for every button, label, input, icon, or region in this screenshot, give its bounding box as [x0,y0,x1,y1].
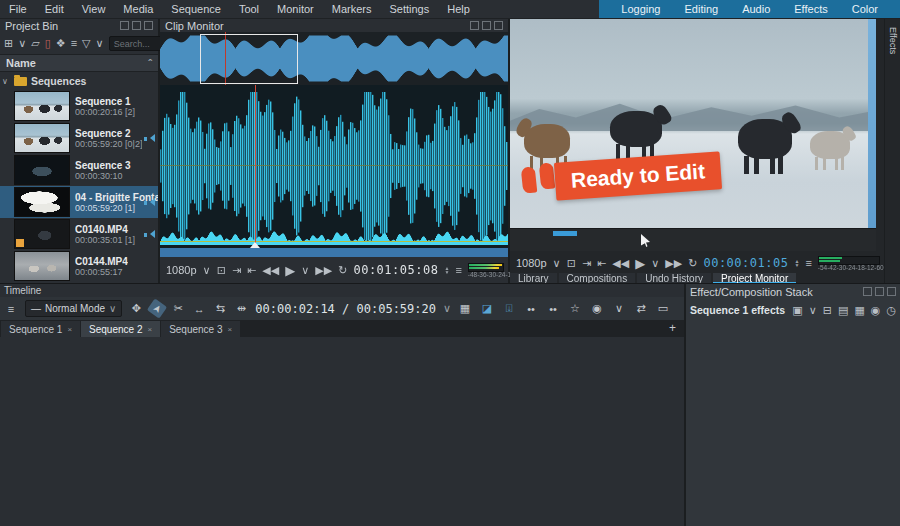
monitor-zone-bar[interactable] [553,231,577,236]
edit-mode-dropdown[interactable]: — Normal Mode ∨ [25,300,122,317]
lift-zone-icon[interactable]: •• [546,301,560,316]
zone-in-icon[interactable]: ⇥ [232,265,241,276]
view-menu-icon[interactable]: ≡ [71,38,77,49]
slip-tool-icon[interactable]: ⇆ [213,301,227,316]
timecode-spinner[interactable]: ▲▼ [794,259,799,267]
menu-item-tool[interactable]: Tool [230,3,268,15]
panel-window-buttons[interactable] [467,20,503,32]
menu-item-monitor[interactable]: Monitor [268,3,323,15]
add-clip-icon[interactable]: ⊞ [4,38,13,49]
sort-arrow-icon[interactable]: ˆ [148,57,152,69]
menu-item-help[interactable]: Help [438,3,479,15]
play-icon[interactable]: ▶ [285,264,295,277]
tab-effects[interactable]: Effects [888,27,898,54]
close-tab-icon[interactable]: × [228,325,233,334]
loop-zone-icon[interactable]: ↻ [338,265,347,276]
ripple-tool-icon[interactable]: ⇹ [234,301,248,316]
chevron-down-icon[interactable]: ∨ [553,258,561,269]
razor-tool-icon[interactable]: ✂ [171,301,185,316]
favorite-effects-icon[interactable]: ☆ [568,301,582,316]
bin-clip-row[interactable]: C0144.MP400:00:55:17 [0,250,158,282]
bin-folder-row[interactable]: ∨ Sequences [0,72,158,90]
menu-item-settings[interactable]: Settings [380,3,438,15]
minimize-icon[interactable] [875,287,884,296]
filter-icon[interactable]: ▽ [82,38,90,49]
menu-item-view[interactable]: View [73,3,115,15]
preview-dropdown-icon[interactable]: ∨ [612,301,626,316]
float-icon[interactable] [863,287,872,296]
audio-overview-waveform[interactable] [160,32,508,85]
effects-keyframe-icon[interactable]: ◷ [886,305,896,316]
consolidate-icon[interactable]: ⊡ [217,265,226,276]
panel-window-buttons[interactable] [117,20,153,32]
chevron-down-icon[interactable]: ∨ [443,302,451,315]
selection-tool-icon[interactable]: ➤ [147,298,167,318]
minimize-icon[interactable] [482,21,491,30]
menu-item-markers[interactable]: Markers [323,3,381,15]
tag-icon[interactable]: ❖ [56,38,66,49]
filter-dropdown-icon[interactable]: ∨ [96,38,104,49]
tab-sequence-2[interactable]: Sequence 2× [81,321,160,337]
bin-column-header[interactable]: Name ˆ [0,54,158,72]
preview-render-icon[interactable]: ◉ [590,301,604,316]
menu-item-file[interactable]: File [0,3,36,15]
play-dropdown-icon[interactable]: ∨ [651,258,659,269]
insert-zone-icon[interactable]: ⍗ [502,301,516,316]
monitor-menu-icon[interactable]: ≡ [805,258,811,269]
minimize-icon[interactable] [132,21,141,30]
bin-clip-row[interactable]: 04 - Brigitte Fontaine00:05:59:20 [1] [0,186,158,218]
monitor-timecode[interactable]: 00:01:05:08 [353,263,438,277]
rewind-icon[interactable]: ◀◀ [262,265,279,276]
clip-monitor-playhead[interactable] [255,85,256,248]
tab-sequence-1[interactable]: Sequence 1× [1,321,80,337]
loop-zone-icon[interactable]: ↻ [688,258,697,269]
mixer-icon[interactable]: ▦ [458,301,472,316]
zone-in-icon[interactable]: ⇥ [582,258,591,269]
resolution-label[interactable]: 1080p [166,264,197,276]
delete-clip-icon[interactable]: ▯ [45,38,51,49]
menu-item-sequence[interactable]: Sequence [162,3,230,15]
chevron-down-icon[interactable]: ∨ [2,77,10,86]
bin-clip-row[interactable]: Sequence 300:00:30:10 [0,154,158,186]
effects-enable-icon[interactable]: ▣ [792,305,802,316]
add-dropdown-icon[interactable]: ∨ [18,38,26,49]
clip-monitor-seekbar[interactable] [160,248,508,257]
effects-save-icon[interactable]: ⊟ [823,305,832,316]
spacer-tool-icon[interactable]: ↔ [192,301,206,316]
close-icon[interactable] [887,287,896,296]
bin-clip-row[interactable]: C0140.MP400:00:35:01 [1] [0,218,158,250]
extract-zone-icon[interactable]: •• [524,301,538,316]
rewind-icon[interactable]: ◀◀ [612,258,629,269]
waveform-zoom-box[interactable] [200,34,298,84]
search-input[interactable] [109,36,167,51]
workspace-tab-audio[interactable]: Audio [730,3,782,15]
forward-icon[interactable]: ▶▶ [665,258,682,269]
panel-window-buttons[interactable] [860,286,896,298]
add-sequence-button[interactable]: + [669,321,676,335]
bin-clip-row[interactable]: Sequence 200:05:59:20 [0|2] [0,122,158,154]
effects-folder-icon[interactable]: ▤ [838,305,848,316]
project-monitor-ruler[interactable] [510,228,876,251]
workspace-tab-logging[interactable]: Logging [609,3,672,15]
track-operations-icon[interactable]: ✥ [129,301,143,316]
consolidate-icon[interactable]: ⊡ [567,258,576,269]
close-icon[interactable] [494,21,503,30]
close-icon[interactable] [144,21,153,30]
timeline-menu-icon[interactable]: ≡ [4,301,18,316]
float-icon[interactable] [120,21,129,30]
timecode-spinner[interactable]: ▲▼ [444,266,449,274]
mix-clips-icon[interactable]: ◪ [480,301,494,316]
subtitle-tool-icon[interactable]: ▭ [656,301,670,316]
monitor-timecode[interactable]: 00:00:01:05 [703,256,788,270]
audio-waveform-view[interactable] [160,85,508,248]
monitor-menu-icon[interactable]: ≡ [455,265,461,276]
play-icon[interactable]: ▶ [635,257,645,270]
audio-mix-icon[interactable]: ⇄ [634,301,648,316]
zone-out-icon[interactable]: ⇤ [597,258,606,269]
chevron-down-icon[interactable]: ∨ [203,265,211,276]
bin-clip-row[interactable]: Sequence 100:00:20:16 [2] [0,90,158,122]
effects-eye-icon[interactable]: ◉ [871,305,881,316]
play-dropdown-icon[interactable]: ∨ [301,265,309,276]
video-preview[interactable]: Ready to Edit [510,19,876,228]
forward-icon[interactable]: ▶▶ [315,265,332,276]
